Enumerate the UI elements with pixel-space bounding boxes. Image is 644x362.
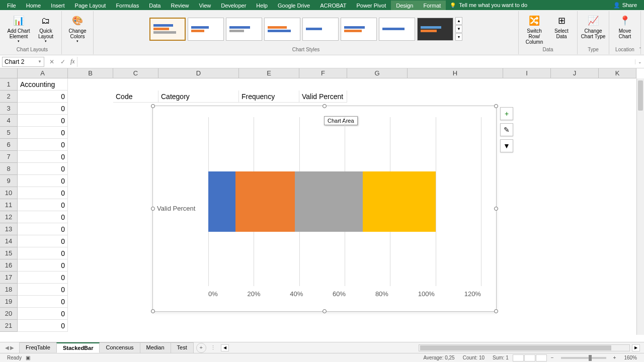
resize-handle[interactable] <box>494 309 498 313</box>
cell[interactable]: 0 <box>18 284 68 296</box>
tab-review[interactable]: Review <box>166 1 194 10</box>
cell[interactable]: 0 <box>18 115 68 127</box>
cell[interactable]: Frequency <box>239 90 299 103</box>
sheet-tab[interactable]: FreqTable <box>19 342 57 353</box>
tab-home[interactable]: Home <box>21 1 46 10</box>
sheet-tab[interactable]: Median <box>140 342 171 353</box>
hscroll-right[interactable]: ▶ <box>632 344 640 351</box>
sheet-nav-buttons[interactable]: ◀▶ <box>0 345 19 350</box>
cell[interactable]: Code <box>113 90 158 103</box>
row-headers[interactable]: 123456789101112131415161718192021 <box>0 78 18 332</box>
chart-style-5[interactable] <box>302 18 339 41</box>
chart-filters-button[interactable]: ▼ <box>500 139 513 152</box>
horizontal-scrollbar[interactable] <box>419 344 630 351</box>
tab-view[interactable]: View <box>194 1 216 10</box>
cell[interactable]: 0 <box>18 187 68 199</box>
select-all-button[interactable] <box>0 68 18 78</box>
sheet-tab[interactable]: StackedBar <box>56 342 100 353</box>
cell[interactable]: 0 <box>18 296 68 308</box>
cell[interactable]: 0 <box>18 320 68 332</box>
expand-formula-bar[interactable]: ⌄ <box>635 59 644 64</box>
chart-elements-button[interactable]: + <box>500 107 513 120</box>
embedded-chart[interactable]: Chart Area Valid Percent 0%20%40%60%80%1… <box>152 106 497 312</box>
cell[interactable]: 0 <box>18 175 68 187</box>
zoom-out-button[interactable]: − <box>547 355 558 360</box>
resize-handle[interactable] <box>323 104 327 108</box>
cell[interactable]: 0 <box>18 259 68 272</box>
cell[interactable]: 0 <box>18 272 68 284</box>
column-headers[interactable]: ABCDEFGHIJK <box>18 68 636 78</box>
chart-segment[interactable] <box>363 171 436 232</box>
style-gallery-scroll[interactable]: ▲▼▾ <box>455 17 462 41</box>
resize-handle[interactable] <box>494 207 498 211</box>
cell[interactable]: 0 <box>18 127 68 139</box>
change-chart-type-button[interactable]: 📈Change Chart Type <box>581 12 606 46</box>
cell[interactable]: 0 <box>18 151 68 163</box>
fx-icon[interactable]: fx <box>68 58 77 65</box>
add-chart-element-button[interactable]: 📊Add Chart Element▾ <box>6 12 31 46</box>
view-mode-buttons[interactable] <box>513 354 547 361</box>
cell[interactable]: 0 <box>18 163 68 175</box>
sheet-tab[interactable]: Test <box>171 342 194 353</box>
chart-style-7[interactable] <box>379 18 415 41</box>
resize-handle[interactable] <box>323 309 327 313</box>
resize-handle[interactable] <box>151 309 155 313</box>
vertical-scrollbar[interactable] <box>636 78 644 335</box>
tab-formulas[interactable]: Formulas <box>111 1 144 10</box>
cell[interactable]: 0 <box>18 235 68 247</box>
sheet-tab[interactable]: Concensus <box>99 342 140 353</box>
cell[interactable]: Category <box>158 90 239 103</box>
cell[interactable]: 0 <box>18 223 68 235</box>
formula-input[interactable] <box>77 57 635 67</box>
tab-format[interactable]: Format <box>418 1 446 10</box>
zoom-level[interactable]: 160% <box>620 355 641 360</box>
tab-developer[interactable]: Developer <box>216 1 251 10</box>
chart-style-8[interactable] <box>417 18 453 41</box>
cell[interactable]: 0 <box>18 308 68 320</box>
chart-styles-button[interactable]: ✎ <box>500 123 513 136</box>
tab-page-layout[interactable]: Page Layout <box>70 1 111 10</box>
chart-segment[interactable] <box>208 171 235 232</box>
tab-power-pivot[interactable]: Power Pivot <box>352 1 391 10</box>
cell[interactable]: 0 <box>18 103 68 115</box>
resize-handle[interactable] <box>494 104 498 108</box>
resize-handle[interactable] <box>151 104 155 108</box>
cell[interactable]: Accounting <box>18 78 68 90</box>
cell[interactable]: 0 <box>18 199 68 211</box>
tab-acrobat[interactable]: ACROBAT <box>315 1 351 10</box>
quick-layout-button[interactable]: 🗂Quick Layout▾ <box>33 12 58 46</box>
chart-style-1[interactable] <box>149 18 186 41</box>
chart-style-4[interactable] <box>264 18 300 41</box>
tell-me-search[interactable]: Tell me what you want to do <box>446 2 531 8</box>
cell[interactable]: 0 <box>18 211 68 223</box>
switch-row-column-button[interactable]: 🔀Switch Row/ Column <box>522 12 547 46</box>
chart-style-2[interactable] <box>188 18 224 41</box>
cell[interactable]: 0 <box>18 247 68 259</box>
resize-handle[interactable] <box>151 207 155 211</box>
chart-style-6[interactable] <box>341 18 377 41</box>
hscroll-left[interactable]: ◀ <box>221 344 229 351</box>
share-button[interactable]: 👤Share <box>608 2 642 9</box>
move-chart-button[interactable]: 📍Move Chart <box>612 12 637 46</box>
select-data-button[interactable]: ⊞Select Data <box>549 12 574 46</box>
macro-record-icon[interactable]: ▣ <box>26 355 30 360</box>
change-colors-button[interactable]: 🎨Change Colors▾ <box>65 12 90 51</box>
tab-design[interactable]: Design <box>391 1 418 10</box>
collapse-ribbon-button[interactable]: ˆ <box>639 47 641 53</box>
tab-insert[interactable]: Insert <box>46 1 70 10</box>
chart-style-3[interactable] <box>226 18 262 41</box>
chart-segment[interactable] <box>235 171 294 232</box>
add-sheet-button[interactable]: + <box>196 343 206 353</box>
tab-file[interactable]: File <box>2 1 21 10</box>
cell[interactable]: 0 <box>18 139 68 151</box>
zoom-slider[interactable] <box>561 357 606 359</box>
cancel-formula-button[interactable]: ✕ <box>46 58 57 65</box>
tab-google-drive[interactable]: Google Drive <box>273 1 315 10</box>
enter-formula-button[interactable]: ✓ <box>57 58 68 65</box>
chart-plot-area[interactable] <box>208 117 481 286</box>
tab-help[interactable]: Help <box>251 1 273 10</box>
chart-segment[interactable] <box>295 171 363 232</box>
tab-data[interactable]: Data <box>144 1 166 10</box>
cell[interactable]: Valid Percent <box>299 90 347 103</box>
zoom-in-button[interactable]: + <box>609 355 620 360</box>
